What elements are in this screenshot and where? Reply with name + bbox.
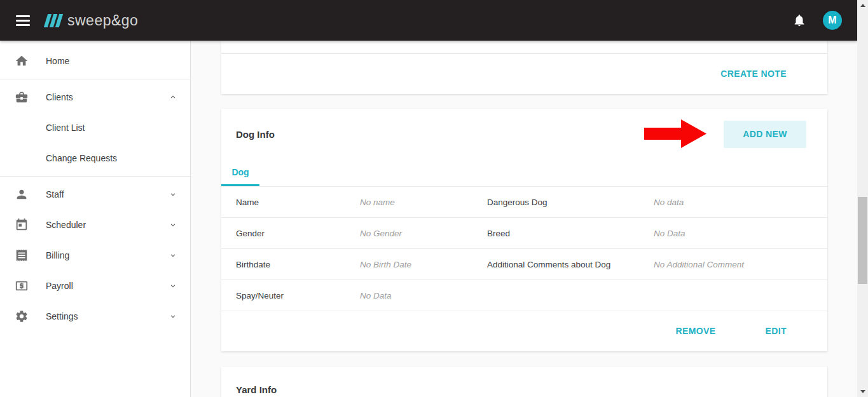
sidebar-item-label: Home [46,56,177,66]
chevron-down-icon [169,281,177,290]
receipt-icon [15,248,29,262]
home-icon [15,54,29,68]
scrollbar-thumb[interactable] [858,197,867,284]
field-value: No Data [360,291,487,300]
payroll-icon [15,279,29,293]
person-icon [15,187,29,201]
dog-info-card: Dog Info ADD NEW Dog Name No name Danger… [221,109,827,351]
main-content: CREATE NOTE Dog Info ADD NEW Dog Name No… [191,41,857,397]
tab-dog[interactable]: Dog [221,159,259,186]
sidebar-item-label: Payroll [46,281,169,291]
field-label: Name [236,198,360,207]
logo-slashes-icon [46,14,63,27]
briefcase-icon [15,90,29,104]
sidebar-divider [0,176,190,177]
hamburger-menu-icon[interactable] [16,15,30,26]
top-bar: sweep&go M [0,0,857,41]
sidebar: Home Clients Client List Change Requests… [0,41,191,397]
sidebar-item-clients[interactable]: Clients [0,82,190,112]
field-label: Spay/Neuter [236,291,360,300]
chevron-down-icon [169,312,177,321]
field-value: No Data [654,229,827,238]
sidebar-item-label: Settings [46,311,169,321]
yard-info-card: Yard Info [221,367,827,397]
sidebar-item-scheduler[interactable]: Scheduler [0,210,190,240]
sidebar-item-home[interactable]: Home [0,46,190,76]
table-row: Name No name Dangerous Dog No data [221,187,827,218]
add-new-button[interactable]: ADD NEW [724,121,806,148]
field-label: Breed [487,229,654,238]
table-row: Spay/Neuter No Data [221,280,827,311]
edit-button[interactable]: EDIT [766,326,787,336]
field-label: Birthdate [236,260,360,269]
table-row: Gender No Gender Breed No Data [221,218,827,249]
gear-icon [15,309,29,323]
app-logo: sweep&go [46,12,138,29]
sidebar-item-label: Staff [46,189,169,199]
sidebar-item-label: Clients [46,92,169,102]
yard-info-title: Yard Info [236,384,277,395]
field-value: No Additional Comment [654,260,827,269]
sidebar-divider [0,79,190,79]
field-label: Additional Comments about Dog [487,260,654,269]
notes-card: CREATE NOTE [221,41,827,94]
dog-info-title: Dog Info [236,129,275,140]
calendar-icon [15,218,29,232]
scroll-down-arrow-icon[interactable] [857,386,868,397]
remove-button[interactable]: REMOVE [675,326,715,336]
field-value: No Birth Date [360,260,487,269]
chevron-down-icon [169,251,177,260]
sidebar-item-label: Billing [46,250,169,260]
field-value: No name [360,198,487,207]
field-label: Dangerous Dog [487,198,654,207]
notes-card-divider [221,41,827,54]
create-note-button[interactable]: CREATE NOTE [720,69,787,79]
scroll-up-arrow-icon[interactable] [857,0,868,11]
field-value: No Gender [360,229,487,238]
chevron-up-icon [169,93,177,102]
chevron-down-icon [169,190,177,199]
chevron-down-icon [169,220,177,229]
field-label: Gender [236,229,360,238]
table-row: Birthdate No Birth Date Additional Comme… [221,249,827,280]
avatar[interactable]: M [823,11,842,30]
sidebar-item-label: Scheduler [46,220,169,230]
sidebar-item-payroll[interactable]: Payroll [0,271,190,301]
red-annotation-arrow-icon [644,119,706,148]
vertical-scrollbar[interactable] [857,0,868,397]
logo-text: sweep&go [67,12,138,29]
sidebar-item-change-requests[interactable]: Change Requests [0,143,190,173]
dog-tabs: Dog [221,159,827,187]
sidebar-item-billing[interactable]: Billing [0,240,190,271]
sidebar-item-staff[interactable]: Staff [0,179,190,210]
sidebar-item-settings[interactable]: Settings [0,301,190,332]
sidebar-item-client-list[interactable]: Client List [0,112,190,143]
notifications-bell-icon[interactable] [792,13,806,27]
field-value: No data [654,198,827,207]
